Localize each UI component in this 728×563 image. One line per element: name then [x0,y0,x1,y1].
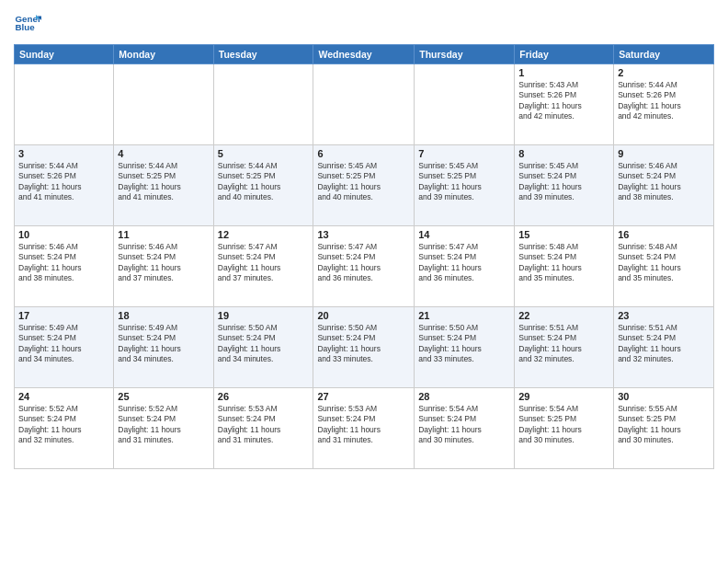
weekday-header-row: SundayMondayTuesdayWednesdayThursdayFrid… [15,45,714,64]
calendar-cell [213,64,313,145]
day-info: Sunrise: 5:53 AM Sunset: 5:24 PM Dayligh… [317,404,410,446]
day-number: 11 [118,229,209,240]
calendar-cell: 11Sunrise: 5:46 AM Sunset: 5:24 PM Dayli… [114,226,213,307]
calendar-cell [313,64,415,145]
calendar-cell: 9Sunrise: 5:46 AM Sunset: 5:24 PM Daylig… [614,145,714,226]
day-info: Sunrise: 5:50 AM Sunset: 5:24 PM Dayligh… [418,323,510,365]
calendar-cell: 8Sunrise: 5:45 AM Sunset: 5:24 PM Daylig… [515,145,614,226]
calendar-cell: 4Sunrise: 5:44 AM Sunset: 5:25 PM Daylig… [114,145,213,226]
weekday-header-saturday: Saturday [614,45,714,64]
calendar-cell: 1Sunrise: 5:43 AM Sunset: 5:26 PM Daylig… [515,64,614,145]
day-number: 1 [518,67,609,78]
day-number: 8 [518,148,609,159]
weekday-header-sunday: Sunday [15,45,114,64]
page-header: General Blue [14,9,714,37]
day-info: Sunrise: 5:44 AM Sunset: 5:25 PM Dayligh… [118,161,209,203]
calendar-cell: 17Sunrise: 5:49 AM Sunset: 5:24 PM Dayli… [15,307,114,388]
day-number: 26 [218,391,310,402]
weekday-header-thursday: Thursday [415,45,515,64]
logo: General Blue [14,9,41,37]
calendar-cell: 12Sunrise: 5:47 AM Sunset: 5:24 PM Dayli… [213,226,313,307]
calendar-cell: 2Sunrise: 5:44 AM Sunset: 5:26 PM Daylig… [614,64,714,145]
day-number: 19 [218,310,310,321]
day-number: 4 [118,148,209,159]
day-info: Sunrise: 5:50 AM Sunset: 5:24 PM Dayligh… [218,323,310,365]
calendar-cell: 18Sunrise: 5:49 AM Sunset: 5:24 PM Dayli… [114,307,213,388]
calendar-week-row: 3Sunrise: 5:44 AM Sunset: 5:26 PM Daylig… [15,145,714,226]
day-number: 9 [618,148,710,159]
day-number: 2 [618,67,710,78]
calendar-cell: 26Sunrise: 5:53 AM Sunset: 5:24 PM Dayli… [213,388,313,469]
day-info: Sunrise: 5:54 AM Sunset: 5:25 PM Dayligh… [518,404,609,446]
calendar-cell: 29Sunrise: 5:54 AM Sunset: 5:25 PM Dayli… [515,388,614,469]
weekday-header-monday: Monday [114,45,213,64]
day-info: Sunrise: 5:48 AM Sunset: 5:24 PM Dayligh… [518,242,609,284]
weekday-header-friday: Friday [515,45,614,64]
calendar-cell [415,64,515,145]
logo-icon: General Blue [14,9,41,37]
day-number: 24 [18,391,109,402]
calendar-cell: 14Sunrise: 5:47 AM Sunset: 5:24 PM Dayli… [415,226,515,307]
calendar-cell: 25Sunrise: 5:52 AM Sunset: 5:24 PM Dayli… [114,388,213,469]
day-info: Sunrise: 5:46 AM Sunset: 5:24 PM Dayligh… [118,242,209,284]
svg-text:Blue: Blue [16,22,36,32]
day-number: 28 [418,391,510,402]
calendar-cell [15,64,114,145]
day-number: 25 [118,391,209,402]
day-info: Sunrise: 5:43 AM Sunset: 5:26 PM Dayligh… [518,80,609,122]
day-info: Sunrise: 5:45 AM Sunset: 5:25 PM Dayligh… [317,161,410,203]
day-number: 30 [618,391,710,402]
day-info: Sunrise: 5:51 AM Sunset: 5:24 PM Dayligh… [618,323,710,365]
day-info: Sunrise: 5:44 AM Sunset: 5:25 PM Dayligh… [218,161,310,203]
day-number: 20 [317,310,410,321]
day-info: Sunrise: 5:45 AM Sunset: 5:24 PM Dayligh… [518,161,609,203]
day-info: Sunrise: 5:54 AM Sunset: 5:24 PM Dayligh… [418,404,510,446]
day-info: Sunrise: 5:47 AM Sunset: 5:24 PM Dayligh… [218,242,310,284]
weekday-header-wednesday: Wednesday [313,45,415,64]
calendar-cell: 28Sunrise: 5:54 AM Sunset: 5:24 PM Dayli… [415,388,515,469]
day-number: 18 [118,310,209,321]
weekday-header-tuesday: Tuesday [213,45,313,64]
calendar-cell: 13Sunrise: 5:47 AM Sunset: 5:24 PM Dayli… [313,226,415,307]
day-number: 27 [317,391,410,402]
day-number: 13 [317,229,410,240]
day-number: 3 [18,148,109,159]
day-info: Sunrise: 5:47 AM Sunset: 5:24 PM Dayligh… [418,242,510,284]
calendar-cell: 23Sunrise: 5:51 AM Sunset: 5:24 PM Dayli… [614,307,714,388]
calendar-cell: 19Sunrise: 5:50 AM Sunset: 5:24 PM Dayli… [213,307,313,388]
calendar-cell: 10Sunrise: 5:46 AM Sunset: 5:24 PM Dayli… [15,226,114,307]
day-info: Sunrise: 5:44 AM Sunset: 5:26 PM Dayligh… [618,80,710,122]
day-info: Sunrise: 5:46 AM Sunset: 5:24 PM Dayligh… [618,161,710,203]
day-info: Sunrise: 5:47 AM Sunset: 5:24 PM Dayligh… [317,242,410,284]
day-info: Sunrise: 5:50 AM Sunset: 5:24 PM Dayligh… [317,323,410,365]
calendar-week-row: 1Sunrise: 5:43 AM Sunset: 5:26 PM Daylig… [15,64,714,145]
day-number: 17 [18,310,109,321]
calendar-cell: 3Sunrise: 5:44 AM Sunset: 5:26 PM Daylig… [15,145,114,226]
day-number: 15 [518,229,609,240]
day-info: Sunrise: 5:51 AM Sunset: 5:24 PM Dayligh… [518,323,609,365]
day-number: 5 [218,148,310,159]
day-info: Sunrise: 5:52 AM Sunset: 5:24 PM Dayligh… [18,404,109,446]
day-info: Sunrise: 5:55 AM Sunset: 5:25 PM Dayligh… [618,404,710,446]
calendar-cell: 6Sunrise: 5:45 AM Sunset: 5:25 PM Daylig… [313,145,415,226]
calendar-cell: 5Sunrise: 5:44 AM Sunset: 5:25 PM Daylig… [213,145,313,226]
day-info: Sunrise: 5:53 AM Sunset: 5:24 PM Dayligh… [218,404,310,446]
day-info: Sunrise: 5:49 AM Sunset: 5:24 PM Dayligh… [118,323,209,365]
calendar-cell [114,64,213,145]
calendar-cell: 24Sunrise: 5:52 AM Sunset: 5:24 PM Dayli… [15,388,114,469]
day-number: 22 [518,310,609,321]
calendar-cell: 21Sunrise: 5:50 AM Sunset: 5:24 PM Dayli… [415,307,515,388]
calendar-week-row: 24Sunrise: 5:52 AM Sunset: 5:24 PM Dayli… [15,388,714,469]
day-number: 29 [518,391,609,402]
calendar-cell: 7Sunrise: 5:45 AM Sunset: 5:25 PM Daylig… [415,145,515,226]
day-number: 6 [317,148,410,159]
day-info: Sunrise: 5:45 AM Sunset: 5:25 PM Dayligh… [418,161,510,203]
day-info: Sunrise: 5:49 AM Sunset: 5:24 PM Dayligh… [18,323,109,365]
day-number: 16 [618,229,710,240]
calendar-week-row: 17Sunrise: 5:49 AM Sunset: 5:24 PM Dayli… [15,307,714,388]
calendar-week-row: 10Sunrise: 5:46 AM Sunset: 5:24 PM Dayli… [15,226,714,307]
calendar-cell: 16Sunrise: 5:48 AM Sunset: 5:24 PM Dayli… [614,226,714,307]
calendar-cell: 15Sunrise: 5:48 AM Sunset: 5:24 PM Dayli… [515,226,614,307]
day-number: 23 [618,310,710,321]
calendar-cell: 27Sunrise: 5:53 AM Sunset: 5:24 PM Dayli… [313,388,415,469]
